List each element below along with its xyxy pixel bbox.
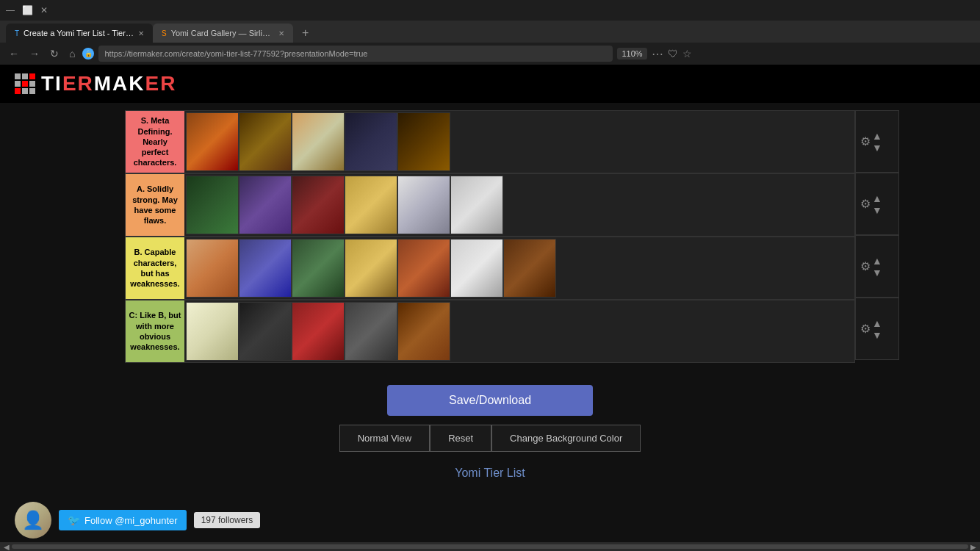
character-slot[interactable] — [397, 176, 450, 234]
tier-b-controls: ⚙ ▲ ▼ — [855, 235, 899, 298]
tab-tiermaker-label: Create a Yomi Tier List - TierM... — [24, 29, 134, 37]
character-slot[interactable] — [345, 112, 397, 171]
character-slot[interactable] — [397, 239, 450, 298]
twitter-icon: 🐦 — [68, 514, 80, 526]
logo-text: TiERMAKER — [41, 72, 176, 96]
window-controls[interactable]: — ⬜ ✕ — [6, 5, 48, 15]
tier-row-c: C: Like B, but with more obvious weaknes… — [125, 300, 855, 363]
tier-a-down-button[interactable]: ▼ — [872, 205, 882, 215]
shield-icon: 🛡 — [668, 48, 678, 60]
scroll-left-arrow[interactable]: ◀ — [1, 543, 12, 551]
character-slot[interactable] — [239, 302, 292, 361]
zoom-level: 110% — [617, 48, 646, 60]
tier-a-settings-button[interactable]: ⚙ — [859, 195, 872, 212]
character-slot[interactable] — [345, 302, 397, 361]
reset-button[interactable]: Reset — [430, 425, 491, 452]
tier-b-up-button[interactable]: ▲ — [872, 256, 882, 266]
followers-badge: 197 followers — [194, 512, 261, 528]
site-header: TiERMAKER — [0, 65, 980, 103]
tier-chars-c — [184, 300, 854, 362]
tab-sirlin[interactable]: S Yomi Card Gallery — Sirlin Ga... ✕ — [153, 24, 293, 43]
tier-b-settings-button[interactable]: ⚙ — [859, 258, 872, 275]
scroll-right-arrow[interactable]: ▶ — [968, 543, 979, 551]
character-slot[interactable] — [292, 176, 345, 234]
scroll-track[interactable] — [12, 544, 968, 549]
tier-c-settings-button[interactable]: ⚙ — [859, 320, 872, 337]
tier-s-down-button[interactable]: ▼ — [872, 143, 882, 153]
follow-button[interactable]: 🐦 Follow @mi_gohunter — [59, 510, 187, 530]
character-slot[interactable] — [186, 239, 239, 298]
tab-close-1[interactable]: ✕ — [138, 29, 144, 37]
tab-bar: T Create a Yomi Tier List - TierM... ✕ S… — [0, 21, 980, 43]
refresh-button[interactable]: ↻ — [47, 46, 62, 61]
character-slot[interactable] — [186, 176, 239, 234]
extensions-icon[interactable]: ⋯ — [652, 47, 663, 61]
tier-a-controls: ⚙ ▲ ▼ — [855, 173, 899, 235]
tier-label-a: A. Solidly strong. May have some flaws. — [126, 174, 184, 236]
character-slot[interactable] — [239, 176, 292, 234]
tier-list-title: Yomi Tier List — [455, 467, 525, 480]
character-slot[interactable] — [292, 239, 345, 298]
horizontal-scrollbar[interactable]: ◀ ▶ — [0, 542, 980, 551]
character-slot[interactable] — [345, 176, 397, 234]
tier-c-controls: ⚙ ▲ ▼ — [855, 298, 899, 360]
character-slot[interactable] — [239, 239, 292, 298]
url-text: https://tiermaker.com/create/yomi-tier-l… — [104, 49, 367, 58]
title-bar: — ⬜ ✕ — [0, 0, 980, 21]
character-slot[interactable] — [450, 239, 503, 298]
tab-sirlin-label: Yomi Card Gallery — Sirlin Ga... — [171, 29, 274, 37]
back-button[interactable]: ← — [6, 46, 22, 61]
tier-chars-b — [184, 237, 854, 299]
tier-row-s: S. Meta Defining. Nearly perfect charact… — [125, 110, 855, 173]
tab-tiermaker[interactable]: T Create a Yomi Tier List - TierM... ✕ — [6, 24, 153, 43]
character-slot[interactable] — [397, 302, 450, 361]
character-slot[interactable] — [503, 239, 556, 298]
tier-label-b: B. Capable characters, but has weaknesse… — [126, 237, 184, 299]
bookmark-icon[interactable]: ☆ — [682, 48, 692, 60]
tier-s-controls: ⚙ ▲ ▼ — [855, 110, 899, 173]
user-avatar: 👤 — [15, 502, 51, 539]
character-slot[interactable] — [292, 112, 345, 171]
character-slot[interactable] — [186, 302, 239, 361]
character-slot[interactable] — [292, 302, 345, 361]
tier-chars-s — [184, 111, 854, 173]
tier-b-down-button[interactable]: ▼ — [872, 267, 882, 278]
tier-s-up-button[interactable]: ▲ — [872, 131, 882, 141]
character-slot[interactable] — [239, 112, 292, 171]
tier-row-b: B. Capable characters, but has weaknesse… — [125, 237, 855, 300]
address-bar-input[interactable]: https://tiermaker.com/create/yomi-tier-l… — [98, 46, 613, 62]
tier-controls-col: ⚙ ▲ ▼ ⚙ ▲ ▼ ⚙ ▲ ▼ — [855, 110, 899, 363]
normal-view-button[interactable]: Normal View — [339, 425, 430, 452]
tier-s-settings-button[interactable]: ⚙ — [859, 133, 872, 150]
tier-label-s: S. Meta Defining. Nearly perfect charact… — [126, 111, 184, 173]
change-bg-button[interactable]: Change Background Color — [491, 425, 641, 452]
tab-close-2[interactable]: ✕ — [278, 29, 284, 37]
character-slot[interactable] — [450, 176, 503, 234]
controls-section: Save/Download Normal View Reset Change B… — [0, 370, 980, 494]
tier-chars-a — [184, 174, 854, 236]
character-slot[interactable] — [397, 112, 450, 171]
tier-a-up-button[interactable]: ▲ — [872, 193, 882, 204]
page-content: TiERMAKER S. Meta Defining. Nearly perfe… — [0, 65, 980, 551]
tier-c-down-button[interactable]: ▼ — [872, 330, 882, 340]
home-button[interactable]: ⌂ — [66, 46, 78, 61]
tier-row-a: A. Solidly strong. May have some flaws. — [125, 173, 855, 237]
tier-table: S. Meta Defining. Nearly perfect charact… — [125, 110, 855, 363]
user-section: 👤 🐦 Follow @mi_gohunter 197 followers — [0, 494, 980, 546]
logo: TiERMAKER — [15, 72, 176, 96]
action-buttons: Normal View Reset Change Background Colo… — [339, 425, 641, 452]
logo-grid-icon — [15, 73, 35, 94]
character-slot[interactable] — [345, 239, 397, 298]
new-tab-button[interactable]: + — [296, 24, 315, 43]
save-download-button[interactable]: Save/Download — [387, 385, 593, 416]
tier-label-c: C: Like B, but with more obvious weaknes… — [126, 300, 184, 362]
follow-label: Follow @mi_gohunter — [84, 515, 178, 526]
tier-c-up-button[interactable]: ▲ — [872, 318, 882, 328]
character-slot[interactable] — [186, 112, 239, 171]
forward-button[interactable]: → — [26, 46, 43, 61]
